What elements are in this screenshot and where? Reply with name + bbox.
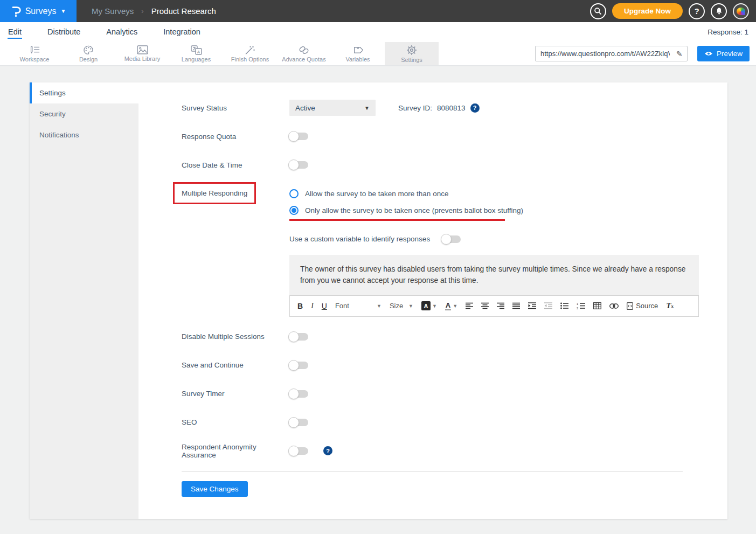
svg-text:2: 2 bbox=[577, 307, 578, 309]
align-center-button[interactable] bbox=[481, 302, 489, 309]
lower-toggles: Disable Multiple Sessions Save and Conti… bbox=[182, 329, 706, 459]
text-color-button[interactable]: A ▼ bbox=[445, 302, 457, 310]
bullet-list-button[interactable] bbox=[560, 302, 568, 309]
chevron-down-icon: ▼ bbox=[364, 105, 370, 111]
survey-id-label: Survey ID: bbox=[398, 104, 432, 112]
survey-status-row: Survey Status Active ▼ Survey ID: 808081… bbox=[182, 100, 706, 116]
section-nav: Edit Distribute Analytics Integration Re… bbox=[0, 22, 756, 42]
survey-url-input[interactable] bbox=[536, 50, 672, 58]
seo-row: SEO bbox=[182, 414, 706, 431]
settings-sidebar: Settings Security Notifications bbox=[30, 82, 138, 519]
svg-text:A: A bbox=[197, 49, 200, 54]
user-avatar[interactable] bbox=[733, 3, 749, 19]
remove-format-button[interactable]: Tx bbox=[666, 301, 674, 310]
disable-sessions-toggle[interactable] bbox=[289, 333, 308, 341]
divider bbox=[182, 471, 683, 472]
anonymity-toggle[interactable] bbox=[289, 447, 308, 455]
radio-unselected-icon bbox=[289, 189, 299, 198]
numbered-list-button[interactable]: 12 bbox=[577, 302, 585, 309]
indent-decrease-button[interactable] bbox=[544, 302, 552, 309]
sidebar-item-notifications[interactable]: Notifications bbox=[30, 124, 138, 145]
palette-icon bbox=[83, 45, 94, 55]
edit-url-pencil-icon[interactable]: ✎ bbox=[672, 50, 687, 58]
toolbar-item-media-library[interactable]: Media Library bbox=[115, 42, 169, 65]
breadcrumb-my-surveys[interactable]: My Surveys bbox=[92, 6, 134, 16]
toolbar-item-settings[interactable]: Settings bbox=[385, 42, 439, 65]
custom-variable-label: Use a custom variable to identify respon… bbox=[289, 235, 430, 243]
notifications-button[interactable] bbox=[711, 3, 727, 19]
font-select[interactable]: Font ▼ bbox=[335, 302, 382, 310]
custom-variable-toggle[interactable] bbox=[442, 235, 461, 243]
indent-increase-button[interactable] bbox=[528, 302, 536, 309]
sidebar-item-security[interactable]: Security bbox=[30, 103, 138, 124]
radio-allow-multiple[interactable]: Allow the survey to be taken more than o… bbox=[289, 189, 523, 198]
eye-icon bbox=[704, 51, 713, 57]
bold-button[interactable]: B bbox=[297, 302, 303, 310]
chevron-down-icon: ▼ bbox=[453, 303, 457, 309]
toggle-knob bbox=[288, 131, 299, 142]
tab-distribute[interactable]: Distribute bbox=[47, 25, 81, 39]
upgrade-now-button[interactable]: Upgrade Now bbox=[612, 3, 683, 19]
survey-id-help-icon[interactable]: ? bbox=[470, 103, 480, 113]
tab-analytics[interactable]: Analytics bbox=[106, 25, 138, 39]
save-changes-button[interactable]: Save Changes bbox=[182, 481, 248, 497]
insert-link-button[interactable] bbox=[609, 303, 619, 309]
gear-icon bbox=[406, 45, 417, 56]
anonymity-help-icon[interactable]: ? bbox=[323, 446, 332, 455]
page-background: Settings Security Notifications Survey S… bbox=[0, 66, 756, 534]
edit-toolbar: Workspace Design Media Library bbox=[0, 42, 756, 66]
anonymity-label: Respondent Anonymity Assurance bbox=[182, 443, 289, 459]
underline-button[interactable]: U bbox=[322, 302, 327, 310]
avatar-logo-icon bbox=[737, 8, 745, 15]
annotation-red-underline bbox=[289, 219, 505, 221]
bell-icon bbox=[715, 7, 723, 15]
radio-once-group: Only allow the survey to be taken once (… bbox=[289, 206, 523, 221]
source-button[interactable]: Source bbox=[627, 302, 658, 310]
align-right-button[interactable] bbox=[497, 302, 504, 309]
survey-status-select[interactable]: Active ▼ bbox=[289, 100, 376, 116]
toolbar-item-advance-quotas[interactable]: Advance Quotas bbox=[277, 42, 331, 65]
preview-button[interactable]: Preview bbox=[697, 46, 750, 61]
italic-button[interactable]: I bbox=[311, 302, 314, 310]
image-icon bbox=[137, 45, 148, 54]
toolbar-item-finish-options[interactable]: Finish Options bbox=[223, 42, 277, 65]
breadcrumb-current: Product Research bbox=[151, 6, 216, 16]
seo-toggle[interactable] bbox=[289, 419, 308, 426]
questionpro-logo-icon bbox=[11, 5, 21, 17]
radio-only-once[interactable]: Only allow the survey to be taken once (… bbox=[289, 206, 523, 215]
survey-timer-toggle[interactable] bbox=[289, 390, 308, 398]
bg-color-icon: A bbox=[421, 301, 431, 310]
sidebar-item-settings[interactable]: Settings bbox=[30, 82, 138, 103]
size-select[interactable]: Size ▼ bbox=[390, 302, 413, 310]
magic-wand-icon bbox=[245, 45, 255, 55]
help-button[interactable]: ? bbox=[689, 3, 705, 19]
toolbar-item-design[interactable]: Design bbox=[61, 42, 115, 65]
search-button[interactable] bbox=[590, 3, 606, 19]
remove-format-x: x bbox=[671, 303, 674, 309]
toolbar-item-workspace[interactable]: Workspace bbox=[8, 42, 61, 65]
app-switcher[interactable]: Surveys ▼ bbox=[0, 0, 77, 22]
tab-integration[interactable]: Integration bbox=[163, 25, 201, 39]
response-count[interactable]: Response: 1 bbox=[708, 28, 748, 36]
response-quota-toggle[interactable] bbox=[289, 133, 308, 140]
multiple-responding-label: Multiple Responding bbox=[182, 189, 247, 197]
toggle-knob bbox=[288, 417, 299, 428]
toggle-knob bbox=[288, 360, 299, 371]
align-left-button[interactable] bbox=[466, 302, 473, 309]
toolbar-item-languages[interactable]: A Languages bbox=[169, 42, 223, 65]
search-icon bbox=[594, 7, 602, 15]
settings-card: Settings Security Notifications Survey S… bbox=[30, 82, 727, 519]
close-date-label: Close Date & Time bbox=[182, 161, 289, 169]
radio-selected-icon bbox=[289, 206, 299, 215]
svg-text:1: 1 bbox=[577, 302, 578, 306]
disabled-message-text[interactable]: The owner of this survey has disabled us… bbox=[289, 255, 699, 295]
toggle-knob bbox=[288, 389, 299, 399]
disabled-message-editor: The owner of this survey has disabled us… bbox=[289, 255, 699, 317]
insert-table-button[interactable] bbox=[593, 302, 601, 309]
justify-button[interactable] bbox=[512, 302, 520, 309]
save-continue-toggle[interactable] bbox=[289, 362, 308, 369]
tab-edit[interactable]: Edit bbox=[8, 25, 22, 39]
toolbar-item-variables[interactable]: Variables bbox=[331, 42, 385, 65]
background-color-button[interactable]: A ▼ bbox=[421, 301, 437, 310]
close-date-toggle[interactable] bbox=[289, 161, 308, 169]
